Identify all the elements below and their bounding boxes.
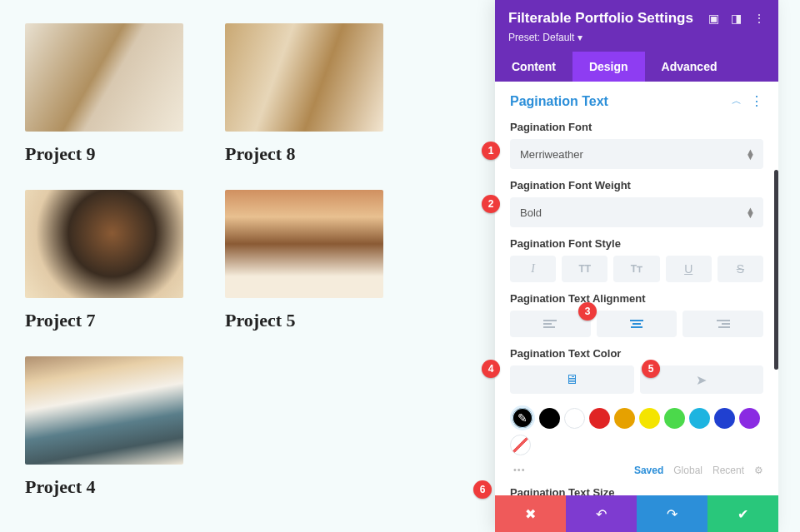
collapse-icon[interactable]: ︿ bbox=[732, 94, 742, 108]
desktop-icon: 🖥 bbox=[565, 372, 578, 387]
annotation-badge-6: 6 bbox=[473, 480, 492, 499]
project-title: Project 8 bbox=[225, 143, 383, 165]
drag-icon[interactable]: ▣ bbox=[708, 12, 719, 25]
swatch-green[interactable] bbox=[664, 408, 685, 429]
preset-dropdown[interactable]: Preset: Default ▾ bbox=[508, 32, 765, 43]
panel-footer: ✖ ↶ ↷ ✔ bbox=[495, 495, 778, 532]
swatch-tab-global[interactable]: Global bbox=[673, 465, 702, 476]
eyedropper-icon: ✎ bbox=[518, 411, 528, 425]
swatch-yellow[interactable] bbox=[639, 408, 660, 429]
project-card[interactable]: Project 8 bbox=[225, 23, 383, 165]
section-title[interactable]: Pagination Text bbox=[510, 94, 608, 109]
align-center-button[interactable] bbox=[597, 311, 678, 337]
project-grid: Project 9 Project 8 Project 7 Project 5 … bbox=[25, 23, 483, 498]
project-title: Project 4 bbox=[25, 476, 183, 498]
gear-icon[interactable]: ⚙ bbox=[754, 465, 763, 476]
annotation-badge-2: 2 bbox=[482, 195, 500, 213]
weight-select-value: Bold bbox=[520, 206, 542, 219]
caret-icon: ▲▼ bbox=[746, 207, 755, 217]
project-card[interactable]: Project 5 bbox=[225, 190, 383, 331]
project-card[interactable]: Project 9 bbox=[25, 23, 183, 165]
align-right-button[interactable] bbox=[682, 311, 763, 337]
swatch-tab-recent[interactable]: Recent bbox=[712, 465, 744, 476]
tab-content[interactable]: Content bbox=[495, 52, 572, 82]
style-uppercase-button[interactable]: TT bbox=[562, 256, 608, 282]
panel-body: Pagination Text ︿ ⋮ Pagination Font Merr… bbox=[495, 82, 778, 495]
label-size: Pagination Text Size bbox=[510, 486, 763, 495]
undo-icon: ↶ bbox=[596, 506, 607, 522]
close-icon: ✖ bbox=[525, 506, 536, 522]
label-align: Pagination Text Alignment bbox=[510, 292, 763, 305]
align-left-icon bbox=[543, 320, 557, 328]
swatch-cyan[interactable] bbox=[689, 408, 710, 429]
redo-button[interactable]: ↷ bbox=[637, 495, 708, 532]
swatch-tab-saved[interactable]: Saved bbox=[634, 465, 663, 476]
weight-select[interactable]: Bold ▲▼ bbox=[510, 197, 763, 227]
project-title: Project 9 bbox=[25, 143, 183, 165]
state-desktop-button[interactable]: 🖥 bbox=[510, 365, 634, 394]
project-thumbnail bbox=[225, 190, 383, 298]
swatch-orange[interactable] bbox=[614, 408, 635, 429]
project-card[interactable]: Project 7 bbox=[25, 190, 183, 331]
label-color: Pagination Text Color bbox=[510, 347, 763, 360]
font-select-value: Merriweather bbox=[520, 148, 583, 161]
project-thumbnail bbox=[25, 356, 183, 465]
tab-design[interactable]: Design bbox=[572, 52, 645, 82]
cursor-icon: ➤ bbox=[696, 372, 707, 388]
label-font: Pagination Font bbox=[510, 121, 763, 133]
panel-header: Filterable Portfolio Settings ▣ ◨ ⋮ Pres… bbox=[495, 0, 778, 52]
swatch-blue[interactable] bbox=[714, 408, 735, 429]
panel-title: Filterable Portfolio Settings bbox=[508, 10, 693, 27]
section-more-icon[interactable]: ⋮ bbox=[750, 93, 763, 109]
style-italic-button[interactable]: I bbox=[510, 256, 556, 282]
caret-icon: ▲▼ bbox=[746, 149, 755, 159]
project-title: Project 7 bbox=[25, 310, 183, 331]
font-select[interactable]: Merriweather ▲▼ bbox=[510, 139, 763, 169]
style-capitalize-button[interactable]: Tᴛ bbox=[613, 256, 659, 282]
swatch-black[interactable] bbox=[539, 408, 560, 429]
tab-bar: Content Design Advanced bbox=[495, 52, 778, 82]
tab-advanced[interactable]: Advanced bbox=[645, 52, 734, 82]
annotation-badge-5: 5 bbox=[642, 360, 660, 378]
snap-icon[interactable]: ◨ bbox=[731, 12, 742, 25]
close-button[interactable]: ✖ bbox=[495, 495, 566, 532]
swatch-white[interactable] bbox=[564, 408, 585, 429]
annotation-badge-3: 3 bbox=[578, 302, 597, 321]
swatch-more-button[interactable]: ••• bbox=[513, 465, 526, 475]
save-button[interactable]: ✔ bbox=[708, 495, 778, 532]
undo-button[interactable]: ↶ bbox=[566, 495, 637, 532]
more-icon[interactable]: ⋮ bbox=[753, 12, 765, 25]
portfolio-preview: Project 9 Project 8 Project 7 Project 5 … bbox=[0, 0, 483, 532]
align-right-icon bbox=[717, 320, 730, 328]
swatch-purple[interactable] bbox=[739, 408, 760, 429]
project-title: Project 5 bbox=[225, 310, 383, 331]
style-strike-button[interactable]: S bbox=[718, 256, 763, 282]
swatch-red[interactable] bbox=[589, 408, 610, 429]
color-picker-button[interactable]: ✎ bbox=[510, 405, 535, 430]
annotation-badge-4: 4 bbox=[482, 360, 500, 378]
project-thumbnail bbox=[25, 190, 183, 298]
settings-panel: Filterable Portfolio Settings ▣ ◨ ⋮ Pres… bbox=[495, 0, 778, 532]
swatch-transparent[interactable] bbox=[510, 435, 531, 455]
label-weight: Pagination Font Weight bbox=[510, 179, 763, 191]
color-swatches: ✎ ••• Saved Global Recent ⚙ bbox=[510, 405, 763, 476]
project-thumbnail bbox=[225, 23, 383, 132]
project-thumbnail bbox=[25, 23, 183, 132]
style-underline-button[interactable]: U bbox=[666, 256, 712, 282]
check-icon: ✔ bbox=[738, 506, 748, 522]
project-card[interactable]: Project 4 bbox=[25, 356, 183, 498]
align-center-icon bbox=[630, 320, 643, 328]
label-style: Pagination Font Style bbox=[510, 237, 763, 250]
annotation-badge-1: 1 bbox=[482, 142, 500, 160]
redo-icon: ↷ bbox=[667, 506, 678, 522]
